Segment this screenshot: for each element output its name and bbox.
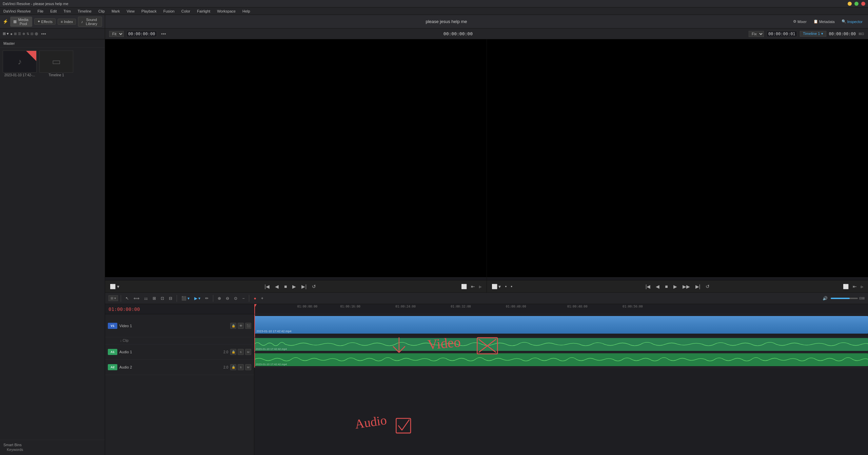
search-icon[interactable]: ⊕ — [35, 31, 38, 36]
audio-clip-a1[interactable]: 2023-01-10 17:42:42.mp4 — [254, 338, 868, 351]
menu-fusion[interactable]: Fusion — [162, 8, 176, 14]
program-next-mark-button[interactable]: ▶| — [694, 284, 702, 289]
timeline-format-btn[interactable]: ⊞ ▾ — [108, 295, 118, 301]
dynamic-trim-button[interactable]: ⊞ — [151, 295, 158, 301]
menu-edit[interactable]: Edit — [49, 8, 58, 14]
effects-button[interactable]: ✦ Effects — [34, 18, 56, 25]
inspector-button[interactable]: 🔍 Inspector — [840, 19, 865, 24]
track-link-btn-v1[interactable]: ⬛ — [245, 323, 251, 329]
select-tool-button[interactable]: ↖ — [124, 295, 131, 301]
source-play-button[interactable]: ▶ — [291, 284, 297, 289]
track-lock-btn-a2[interactable]: 🔒 — [230, 364, 236, 370]
source-prev-mark-button[interactable]: |◀ — [263, 284, 271, 289]
timecode-toggle-icons[interactable]: ⊞⊡ — [859, 32, 864, 36]
menu-davinci-resolve[interactable]: DaVinci Resolve — [2, 8, 32, 14]
fit-right-dropdown[interactable]: Fix — [749, 31, 764, 37]
source-loop-button[interactable]: ↺ — [311, 284, 317, 289]
metadata-button[interactable]: 📋 Metadata — [811, 19, 837, 24]
flag-btn[interactable]: ▶ ▾ — [193, 295, 202, 301]
insert-button[interactable]: ⊡ — [159, 295, 166, 301]
track-s-btn-a2[interactable]: S — [238, 364, 244, 370]
zoom-minus-btn[interactable]: − — [240, 295, 246, 301]
track-lock-btn-a1[interactable]: 🔒 — [230, 349, 236, 355]
view-btn-4[interactable]: ⊕ — [22, 32, 25, 36]
view-mode-select[interactable]: ⊞ ▾ — [3, 32, 9, 36]
menu-fairlight[interactable]: Fairlight — [196, 8, 212, 14]
mixer-button[interactable]: ⚙ Mixer — [791, 19, 809, 24]
menu-view[interactable]: View — [125, 8, 136, 14]
maximize-button[interactable] — [854, 2, 859, 6]
media-pool-button[interactable]: ▦ Media Pool — [10, 17, 32, 27]
view-btn-1[interactable]: ● — [10, 32, 13, 36]
source-timebar[interactable] — [105, 277, 487, 280]
menu-playback[interactable]: Playback — [140, 8, 158, 14]
minimize-button[interactable] — [848, 2, 852, 6]
close-button[interactable] — [861, 2, 865, 6]
edit-mode-btn[interactable]: ✏ — [203, 295, 210, 301]
menu-color[interactable]: Color — [180, 8, 192, 14]
timeline-ruler[interactable]: 01:00:08:00 01:00:16:00 01:00:24:00 01:0… — [254, 304, 868, 314]
zoom-out-timeline-btn[interactable]: ⊖ — [224, 295, 231, 301]
index-button[interactable]: ≡ Index — [58, 19, 76, 25]
zoom-in-timeline-btn[interactable]: ⊕ — [216, 295, 223, 301]
source-options-button[interactable]: ⇤ — [470, 284, 476, 289]
view-btn-sort[interactable]: ⇅ — [26, 32, 29, 36]
track-lock-btn-v1[interactable]: 🔒 — [230, 323, 236, 329]
program-step-back-button[interactable]: ◀ — [654, 284, 661, 289]
trim-tool-button[interactable]: ⟺ — [132, 295, 141, 301]
track-vis-btn-v1[interactable]: 👁 — [238, 323, 244, 329]
program-prev-mark-button[interactable]: |◀ — [644, 284, 652, 289]
video-clip-v1[interactable]: 2023-01-10 17:42:42.mp4 — [254, 316, 868, 334]
window-title: DaVinci Resolve - please jesus help me — [3, 2, 68, 6]
menu-clip[interactable]: Clip — [97, 8, 106, 14]
fit-dropdown[interactable]: Fit — [109, 31, 124, 37]
source-step-back-button[interactable]: ◀ — [274, 284, 280, 289]
sound-library-button[interactable]: ♪ Sound Library — [78, 17, 102, 27]
overwrite-button[interactable]: ⊟ — [167, 295, 174, 301]
keywords-item[interactable]: Keywords — [3, 447, 101, 452]
volume-icon[interactable]: 🔊 — [821, 295, 829, 301]
media-item-timeline[interactable]: ▭ Timeline 1 — [39, 51, 73, 437]
timeline-selector[interactable]: Timeline 1 ▾ — [800, 31, 826, 37]
source-fullscreen-button[interactable]: ⬜ — [460, 284, 468, 289]
track-m-btn-a1[interactable]: M — [245, 349, 251, 355]
view-btn-5[interactable]: ⊟ — [31, 32, 33, 36]
program-fullscreen-button[interactable]: ⬜ — [842, 284, 850, 289]
tool-icon-1[interactable]: ⚡ — [3, 19, 8, 24]
audio-clip-a2[interactable]: 2023-01-10 17:42:42.mp4 — [254, 353, 868, 366]
program-timebar[interactable] — [487, 277, 868, 280]
source-mark-in-button[interactable]: ▹ — [478, 284, 483, 289]
track-s-btn-a1[interactable]: S — [238, 349, 244, 355]
source-next-mark-button[interactable]: ▶| — [300, 284, 308, 289]
program-stop-button[interactable]: ■ — [664, 284, 669, 289]
program-options-btn[interactable]: ▹ — [860, 284, 865, 289]
track-m-btn-a2[interactable]: M — [245, 364, 251, 370]
source-timecode-input[interactable] — [126, 31, 157, 37]
menu-mark[interactable]: Mark — [110, 8, 121, 14]
program-dot2[interactable]: • — [509, 284, 514, 289]
media-item-audio[interactable]: ♪ 2023-01-10 17:42-... — [3, 51, 37, 437]
volume-slider[interactable] — [831, 298, 858, 299]
duration-input[interactable] — [767, 31, 797, 37]
timecode-options-button[interactable]: ••• — [160, 31, 167, 37]
more-options-button[interactable]: ••• — [40, 31, 47, 37]
view-btn-2[interactable]: ⊞ — [14, 32, 17, 36]
program-loop-button[interactable]: ↺ — [704, 284, 711, 289]
add-marker-btn[interactable]: ● — [252, 295, 258, 301]
blade-tool-button[interactable]: ⚏ — [142, 295, 150, 301]
view-btn-3[interactable]: ☰ — [18, 32, 21, 36]
program-audio-btn[interactable]: ⇤ — [851, 284, 858, 289]
menu-trim[interactable]: Trim — [62, 8, 72, 14]
marker-options-btn[interactable]: + — [259, 295, 265, 301]
menu-help[interactable]: Help — [241, 8, 252, 14]
source-stop-button[interactable]: ■ — [283, 284, 288, 289]
menu-workspace[interactable]: Workspace — [216, 8, 237, 14]
program-step-fwd-button[interactable]: ▶▶ — [681, 284, 691, 289]
color-flag-btn[interactable]: ⬛ ▾ — [180, 295, 191, 301]
menu-file[interactable]: File — [36, 8, 45, 14]
menu-timeline[interactable]: Timeline — [76, 8, 93, 14]
zoom-fit-timeline-btn[interactable]: ⊙ — [232, 295, 239, 301]
program-play-button[interactable]: ▶ — [672, 284, 678, 289]
program-ellipsis[interactable]: • — [504, 284, 508, 289]
window-controls[interactable] — [848, 2, 865, 6]
